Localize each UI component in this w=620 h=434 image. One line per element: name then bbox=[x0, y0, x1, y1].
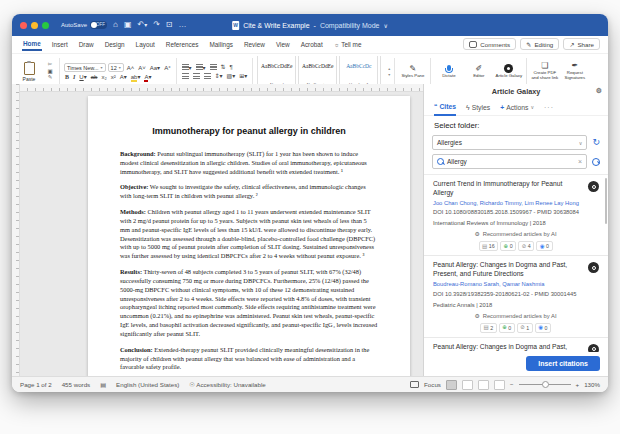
article-card[interactable]: Current Trend in Immunotherapy for Peanu… bbox=[424, 175, 608, 256]
grow-font-icon[interactable]: A˄ bbox=[126, 65, 136, 71]
tab-design[interactable]: Design bbox=[104, 39, 126, 50]
save-icon[interactable]: ▣ bbox=[124, 21, 132, 29]
bullets-icon[interactable]: ▾ bbox=[181, 64, 193, 71]
folder-select[interactable]: Allergies∨ bbox=[432, 135, 587, 150]
editing-button[interactable]: ✎Editing bbox=[520, 38, 559, 50]
search-input[interactable]: Allergy × bbox=[432, 154, 587, 169]
gear-icon[interactable]: ⚙ bbox=[596, 87, 602, 95]
article-authors[interactable]: Joo Chan Chong, Richardo Timmy, Lim Rene… bbox=[433, 200, 598, 208]
tab-references[interactable]: References bbox=[165, 39, 200, 50]
align-left-icon[interactable] bbox=[181, 73, 190, 80]
more-options-icon[interactable]: ··· bbox=[544, 104, 554, 111]
tab-layout[interactable]: Layout bbox=[135, 39, 156, 50]
redo-icon[interactable]: ↷ bbox=[153, 21, 160, 29]
style-no-spacing[interactable]: AaBbCcDdEe No Spacing bbox=[298, 56, 337, 87]
subscript-button[interactable]: x₂ bbox=[100, 74, 107, 80]
undo-dropdown-icon[interactable]: ▾ bbox=[144, 22, 147, 28]
print-icon[interactable]: ⊡ bbox=[166, 21, 173, 29]
supporting-badge[interactable]: ⊕0 bbox=[500, 241, 516, 251]
zoom-in-icon[interactable]: + bbox=[576, 381, 580, 388]
zoom-slider[interactable] bbox=[519, 384, 571, 385]
share-button[interactable]: ↗Share bbox=[563, 38, 600, 50]
tab-acrobat[interactable]: Acrobat bbox=[300, 39, 324, 50]
title-chevron-icon[interactable]: ∨ bbox=[383, 23, 387, 29]
style-heading-2[interactable]: AaBbCcDc Heading 2 bbox=[380, 56, 385, 87]
zoom-slider-knob[interactable] bbox=[542, 381, 549, 388]
font-name-select[interactable]: Times New...▾ bbox=[64, 63, 106, 72]
style-heading-1[interactable]: AaBbCcDc Heading 1 bbox=[339, 56, 378, 87]
draft-view-button[interactable] bbox=[494, 380, 505, 390]
autosave-toggle[interactable]: AutoSave OFF bbox=[61, 21, 107, 29]
word-count[interactable]: 455 words bbox=[62, 381, 91, 388]
show-marks-icon[interactable]: ¶ bbox=[229, 64, 234, 70]
highlight-color-icon[interactable]: ab▾ bbox=[130, 74, 142, 80]
more-commands-icon[interactable]: … bbox=[179, 21, 187, 29]
bold-button[interactable]: B bbox=[64, 74, 70, 80]
tab-styles[interactable]: ϟStyles bbox=[466, 99, 490, 115]
proofing-book-icon[interactable]: ▤ bbox=[100, 381, 106, 388]
styles-gallery-scroll[interactable]: ▴▾ bbox=[388, 56, 390, 87]
language-label[interactable]: English (United States) bbox=[116, 381, 179, 388]
font-size-select[interactable]: 12▾ bbox=[108, 63, 124, 72]
strikethrough-button[interactable]: ab bbox=[90, 74, 99, 80]
paste-button[interactable]: Paste bbox=[16, 56, 42, 87]
citations-badge[interactable]: ▤16 bbox=[479, 241, 499, 251]
supporting-badge[interactable]: ⊕0 bbox=[499, 323, 515, 333]
cut-icon[interactable]: ✂ bbox=[45, 62, 55, 68]
font-color-icon[interactable]: A▾ bbox=[143, 74, 152, 80]
zoom-window-button[interactable] bbox=[42, 22, 49, 29]
undo-icon[interactable]: ↶▾ bbox=[137, 21, 147, 29]
minimize-window-button[interactable] bbox=[31, 22, 38, 29]
refresh-icon[interactable]: ↻ bbox=[592, 138, 600, 147]
page-count[interactable]: Page 1 of 2 bbox=[20, 381, 52, 388]
tab-mailings[interactable]: Mailings bbox=[208, 39, 233, 50]
format-painter-icon[interactable]: ✎ bbox=[45, 75, 55, 81]
numbering-icon[interactable]: ▾ bbox=[195, 64, 207, 71]
shading-icon[interactable]: ▨▾ bbox=[226, 73, 237, 79]
tab-cites[interactable]: “Cites bbox=[434, 98, 456, 116]
article-galaxy-button[interactable]: Article Galaxy bbox=[495, 56, 522, 87]
tab-draw[interactable]: Draw bbox=[78, 39, 95, 50]
request-signatures-button[interactable]: ✒ Request Signatures bbox=[561, 56, 588, 87]
line-spacing-icon[interactable]: ⇕▾ bbox=[214, 73, 224, 79]
text-effects-icon[interactable]: A▾ bbox=[119, 74, 128, 80]
dictate-button[interactable]: Dictate bbox=[435, 56, 462, 87]
multilevel-list-icon[interactable] bbox=[209, 64, 218, 71]
document-page[interactable]: Immunotherapy for peanut allergy in chil… bbox=[88, 96, 410, 377]
zoom-out-icon[interactable]: − bbox=[510, 381, 514, 388]
article-galaxy-badge-icon[interactable] bbox=[588, 344, 599, 352]
contrasting-badge[interactable]: ◉0 bbox=[536, 241, 552, 251]
tab-home[interactable]: Home bbox=[22, 38, 42, 51]
web-layout-view-button[interactable] bbox=[462, 380, 473, 390]
clear-formatting-icon[interactable]: A° bbox=[163, 65, 171, 71]
change-case-icon[interactable]: Aa▾ bbox=[149, 65, 161, 71]
autosave-switch[interactable]: OFF bbox=[90, 21, 107, 29]
underline-button[interactable]: U▾ bbox=[78, 74, 87, 80]
close-window-button[interactable] bbox=[20, 22, 27, 29]
ai-recommend-row[interactable]: ⚙Recommended articles by AI bbox=[433, 231, 598, 237]
citations-badge[interactable]: ▤2 bbox=[480, 323, 497, 333]
align-right-icon[interactable] bbox=[203, 73, 212, 80]
mentioning-badge[interactable]: ⊘4 bbox=[518, 241, 534, 251]
superscript-button[interactable]: x² bbox=[110, 74, 117, 80]
tab-review[interactable]: Review bbox=[243, 39, 266, 50]
zoom-level[interactable]: 130% bbox=[584, 381, 600, 388]
article-card[interactable]: Peanut Allergy: Changes in Dogma and Pas… bbox=[424, 338, 608, 352]
article-authors[interactable]: Boudreau-Romano Sarah, Qamar Nashmia bbox=[433, 281, 598, 289]
borders-icon[interactable]: ⊞▾ bbox=[238, 73, 248, 79]
styles-pane-button[interactable]: ✎ Styles Pane bbox=[399, 56, 426, 87]
tab-insert[interactable]: Insert bbox=[51, 39, 69, 50]
ai-recommend-row[interactable]: ⚙Recommended articles by AI bbox=[433, 313, 598, 319]
sort-icon[interactable]: ⇅ bbox=[220, 64, 227, 70]
results-list[interactable]: Current Trend in Immunotherapy for Peanu… bbox=[424, 174, 608, 352]
comments-button[interactable]: Comments bbox=[463, 38, 516, 50]
tab-view[interactable]: View bbox=[275, 39, 291, 50]
article-galaxy-badge-icon[interactable] bbox=[588, 181, 599, 192]
article-galaxy-badge-icon[interactable] bbox=[588, 262, 599, 273]
article-card[interactable]: Peanut Allergy: Changes in Dogma and Pas… bbox=[424, 256, 608, 337]
style-normal[interactable]: AaBbCcDdEe Normal bbox=[257, 56, 296, 87]
outline-view-button[interactable] bbox=[478, 380, 489, 390]
home-icon[interactable]: ⌂ bbox=[113, 21, 118, 29]
shrink-font-icon[interactable]: A˅ bbox=[137, 65, 147, 71]
clear-search-icon[interactable]: × bbox=[578, 158, 582, 165]
